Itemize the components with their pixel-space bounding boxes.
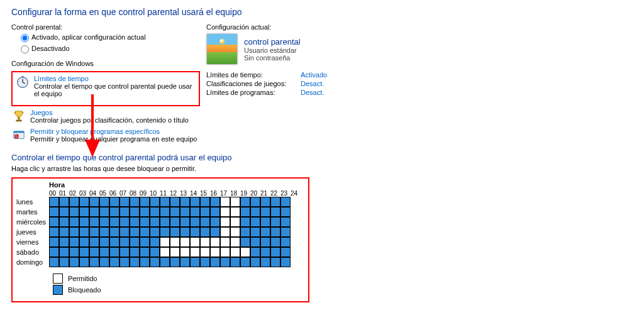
radio-on-row[interactable]: Activado, aplicar configuración actual (18, 32, 200, 42)
schedule-cell[interactable] (59, 257, 69, 267)
schedule-cell[interactable] (140, 197, 150, 207)
schedule-cell[interactable] (210, 217, 220, 227)
schedule-cell[interactable] (119, 217, 130, 227)
schedule-cell[interactable] (140, 237, 150, 247)
schedule-cell[interactable] (119, 247, 130, 257)
schedule-cell[interactable] (250, 257, 260, 267)
schedule-cell[interactable] (119, 207, 130, 217)
status-games-value[interactable]: Desact. (301, 80, 327, 87)
schedule-cell[interactable] (270, 237, 280, 247)
schedule-cell[interactable] (59, 217, 69, 227)
schedule-cell[interactable] (69, 227, 79, 237)
schedule-cell[interactable] (270, 227, 280, 237)
schedule-cell[interactable] (119, 197, 130, 207)
schedule-cell[interactable] (99, 237, 109, 247)
schedule-cell[interactable] (160, 247, 170, 257)
schedule-cell[interactable] (89, 257, 99, 267)
schedule-cell[interactable] (220, 197, 230, 207)
schedule-cell[interactable] (190, 237, 200, 247)
schedule-cell[interactable] (79, 197, 89, 207)
schedule-cell[interactable] (99, 257, 109, 267)
schedule-cell[interactable] (79, 257, 89, 267)
time-limits-link[interactable]: Límites de tiempo Controlar el tiempo qu… (15, 75, 196, 97)
schedule-cell[interactable] (150, 207, 160, 217)
schedule-cell[interactable] (190, 197, 200, 207)
schedule-cell[interactable] (49, 217, 59, 227)
schedule-cell[interactable] (260, 257, 270, 267)
schedule-cell[interactable] (210, 247, 220, 257)
schedule-cell[interactable] (130, 247, 140, 257)
schedule-cell[interactable] (240, 237, 250, 247)
schedule-cell[interactable] (250, 217, 260, 227)
schedule-cell[interactable] (260, 217, 270, 227)
schedule-cell[interactable] (109, 247, 119, 257)
schedule-cell[interactable] (49, 247, 59, 257)
programs-link[interactable]: Permitir y bloquear programas específico… (11, 128, 200, 143)
schedule-cell[interactable] (170, 227, 180, 237)
schedule-cell[interactable] (220, 247, 230, 257)
schedule-cell[interactable] (59, 237, 69, 247)
schedule-cell[interactable] (250, 227, 260, 237)
schedule-cell[interactable] (150, 247, 160, 257)
schedule-cell[interactable] (109, 197, 119, 207)
schedule-cell[interactable] (150, 257, 160, 267)
schedule-cell[interactable] (69, 237, 79, 247)
schedule-cell[interactable] (190, 217, 200, 227)
schedule-cell[interactable] (140, 217, 150, 227)
schedule-cell[interactable] (210, 207, 220, 217)
schedule-cell[interactable] (119, 257, 130, 267)
schedule-cell[interactable] (99, 227, 109, 237)
schedule-cell[interactable] (240, 207, 250, 217)
schedule-cell[interactable] (250, 247, 260, 257)
schedule-cell[interactable] (130, 237, 140, 247)
schedule-cell[interactable] (180, 197, 190, 207)
schedule-cell[interactable] (270, 247, 280, 257)
schedule-cell[interactable] (280, 207, 291, 217)
schedule-cell[interactable] (59, 207, 69, 217)
schedule-cell[interactable] (230, 257, 240, 267)
schedule-cell[interactable] (210, 197, 220, 207)
schedule-cell[interactable] (210, 227, 220, 237)
schedule-cell[interactable] (220, 227, 230, 237)
radio-off[interactable] (21, 45, 29, 53)
schedule-cell[interactable] (170, 237, 180, 247)
status-programs-value[interactable]: Desact. (301, 89, 327, 96)
schedule-cell[interactable] (200, 217, 210, 227)
schedule-cell[interactable] (140, 227, 150, 237)
schedule-cell[interactable] (49, 257, 59, 267)
schedule-cell[interactable] (210, 237, 220, 247)
schedule-cell[interactable] (99, 197, 109, 207)
schedule-cell[interactable] (200, 257, 210, 267)
schedule-cell[interactable] (109, 237, 119, 247)
schedule-cell[interactable] (270, 197, 280, 207)
schedule-cell[interactable] (220, 237, 230, 247)
schedule-cell[interactable] (150, 227, 160, 237)
schedule-cell[interactable] (49, 227, 59, 237)
schedule-cell[interactable] (200, 227, 210, 237)
schedule-cell[interactable] (280, 237, 291, 247)
schedule-cell[interactable] (89, 247, 99, 257)
schedule-cell[interactable] (89, 227, 99, 237)
radio-on[interactable] (21, 34, 29, 42)
schedule-cell[interactable] (240, 197, 250, 207)
schedule-cell[interactable] (190, 247, 200, 257)
schedule-cell[interactable] (99, 207, 109, 217)
schedule-cell[interactable] (230, 247, 240, 257)
schedule-cell[interactable] (140, 247, 150, 257)
schedule-cell[interactable] (89, 197, 99, 207)
schedule-cell[interactable] (170, 247, 180, 257)
schedule-cell[interactable] (210, 257, 220, 267)
schedule-cell[interactable] (240, 227, 250, 237)
schedule-cell[interactable] (240, 217, 250, 227)
schedule-cell[interactable] (160, 237, 170, 247)
schedule-cells[interactable] (49, 197, 291, 267)
schedule-cell[interactable] (200, 237, 210, 247)
schedule-cell[interactable] (49, 207, 59, 217)
schedule-cell[interactable] (280, 257, 291, 267)
schedule-cell[interactable] (260, 197, 270, 207)
schedule-cell[interactable] (220, 257, 230, 267)
schedule-cell[interactable] (59, 197, 69, 207)
schedule-cell[interactable] (180, 217, 190, 227)
schedule-cell[interactable] (119, 227, 130, 237)
schedule-cell[interactable] (140, 207, 150, 217)
